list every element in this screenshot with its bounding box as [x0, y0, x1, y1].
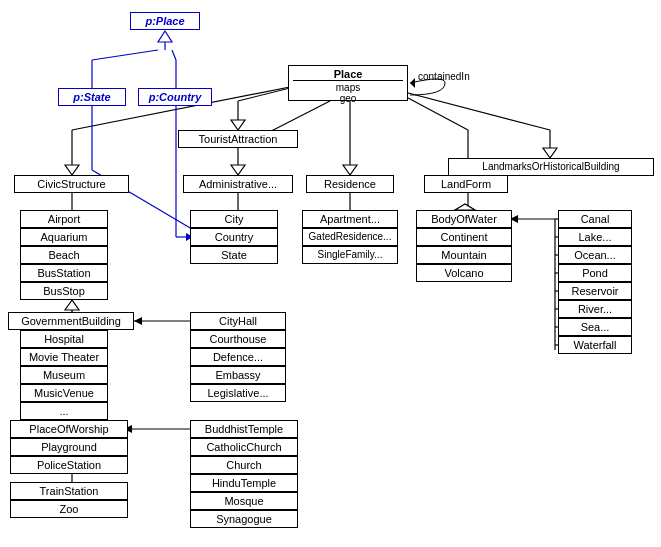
hospital-box: Hospital	[20, 330, 108, 348]
dots-box: ...	[20, 402, 108, 420]
busstop-box: BusStop	[20, 282, 108, 300]
airport-box: Airport	[20, 210, 108, 228]
sea-box: Sea...	[558, 318, 632, 336]
legislative-box: Legislative...	[190, 384, 286, 402]
ocean-box: Ocean...	[558, 246, 632, 264]
pond-box: Pond	[558, 264, 632, 282]
svg-marker-6	[410, 78, 415, 88]
zoo-box: Zoo	[10, 500, 128, 518]
place-box: Place mapsgeo	[288, 65, 408, 101]
svg-marker-11	[543, 148, 557, 158]
musicvenue-box: MusicVenue	[20, 384, 108, 402]
buddhisttemple-box: BuddhistTemple	[190, 420, 298, 438]
governmentbuilding-box: GovernmentBuilding	[8, 312, 134, 330]
svg-marker-62	[65, 300, 79, 310]
playground-box: Playground	[10, 438, 128, 456]
residence-box: Residence	[306, 175, 394, 193]
civicstructure-box: CivicStructure	[14, 175, 129, 193]
placeofworship-box: PlaceOfWorship	[10, 420, 128, 438]
defence-box: Defence...	[190, 348, 286, 366]
trainstation-box: TrainStation	[10, 482, 128, 500]
cityhall-box: CityHall	[190, 312, 286, 330]
svg-marker-14	[65, 165, 79, 175]
bodyofwater-box: BodyOfWater	[416, 210, 512, 228]
svg-line-3	[92, 50, 158, 60]
svg-marker-0	[158, 31, 172, 42]
beach-box: Beach	[20, 246, 108, 264]
canal-box: Canal	[558, 210, 632, 228]
movietheater-box: Movie Theater	[20, 348, 108, 366]
pstate-box: p:State	[58, 88, 126, 106]
svg-marker-8	[231, 120, 245, 130]
administrative-box: Administrative...	[183, 175, 293, 193]
waterfall-box: Waterfall	[558, 336, 632, 354]
courthouse-box: Courthouse	[190, 330, 286, 348]
place-label: Place	[293, 68, 403, 81]
aquarium-box: Aquarium	[20, 228, 108, 246]
landmarks-box: LandmarksOrHistoricalBuilding	[448, 158, 654, 176]
place-attrs: mapsgeo	[293, 82, 403, 104]
continent-box: Continent	[416, 228, 512, 246]
hindutemple-box: HinduTemple	[190, 474, 298, 492]
svg-marker-17	[231, 165, 245, 175]
pplace-box: p:Place	[130, 12, 200, 30]
city-box: City	[190, 210, 278, 228]
gatedresidence-box: GatedResidence...	[302, 228, 398, 246]
touristattraction-box: TouristAttraction	[178, 130, 298, 148]
landform-box: LandForm	[424, 175, 508, 193]
diagram-container: containedIn	[0, 0, 661, 547]
river-box: River...	[558, 300, 632, 318]
state-box: State	[190, 246, 278, 264]
busstation-box: BusStation	[20, 264, 108, 282]
svg-line-5	[172, 50, 176, 60]
svg-text:containedIn: containedIn	[418, 71, 470, 82]
embassy-box: Embassy	[190, 366, 286, 384]
church-box: Church	[190, 456, 298, 474]
synagogue-box: Synagogue	[190, 510, 298, 528]
policestation-box: PoliceStation	[10, 456, 128, 474]
country-box: Country	[190, 228, 278, 246]
mosque-box: Mosque	[190, 492, 298, 510]
lake-box: Lake...	[558, 228, 632, 246]
reservoir-box: Reservoir	[558, 282, 632, 300]
pcountry-box: p:Country	[138, 88, 212, 106]
apartment-box: Apartment...	[302, 210, 398, 228]
svg-marker-20	[343, 165, 357, 175]
museum-box: Museum	[20, 366, 108, 384]
volcano-box: Volcano	[416, 264, 512, 282]
svg-marker-71	[134, 317, 142, 325]
catholicchurch-box: CatholicChurch	[190, 438, 298, 456]
singlefamily-box: SingleFamily...	[302, 246, 398, 264]
mountain-box: Mountain	[416, 246, 512, 264]
